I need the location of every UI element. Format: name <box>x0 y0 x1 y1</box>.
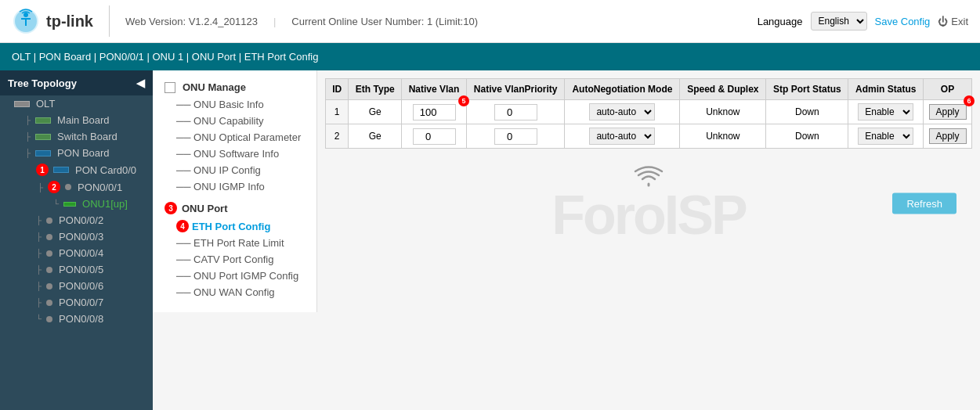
nav-onu-ip[interactable]: ── ONU IP Config <box>165 162 305 178</box>
sidebar-item-pon006[interactable]: ├ PON0/0/6 <box>0 278 153 294</box>
row2-eth-type: Ge <box>349 124 402 149</box>
nav-onu-igmp[interactable]: ── ONU IGMP Info <box>165 178 305 195</box>
sidebar-item-pon002[interactable]: ├ PON0/0/2 <box>0 212 153 228</box>
sidebar-title[interactable]: Tree Topology ◀ <box>0 70 153 95</box>
sidebar-item-pon005[interactable]: ├ PON0/0/5 <box>0 261 153 278</box>
checkbox-icon <box>165 82 175 93</box>
row1-admin-status[interactable]: Enable Disable <box>848 100 924 124</box>
row1-apply-button[interactable]: Apply <box>929 104 967 120</box>
tp-link-logo-icon <box>12 7 40 35</box>
olt-device-icon <box>14 101 30 107</box>
step-badge-1: 1 <box>36 164 49 176</box>
main-layout: Tree Topology ◀ OLT ├ Main Board ├ Switc… <box>0 70 980 410</box>
row2-op[interactable]: Apply <box>924 124 972 149</box>
language-select[interactable]: English <box>811 12 867 31</box>
sidebar-item-pon007[interactable]: ├ PON0/0/7 <box>0 294 153 311</box>
nav-onu-basic-info[interactable]: ── ONU Basic Info <box>165 96 305 113</box>
svg-point-1 <box>24 13 28 17</box>
onu1-icon <box>63 202 76 207</box>
row1-native-vlan[interactable]: 5 <box>402 100 467 124</box>
row1-admin-select[interactable]: Enable Disable <box>858 103 913 120</box>
row1-id: 1 <box>326 100 349 124</box>
sidebar-item-olt-label: OLT <box>36 98 55 110</box>
tree-line-onu1: └ <box>53 200 59 208</box>
nav-onu-capability[interactable]: ── ONU Capability <box>165 113 305 129</box>
sidebar-item-pon-card-label: PON Card0/0 <box>75 164 136 176</box>
step-badge-2: 2 <box>48 181 60 193</box>
sidebar-item-pon-card[interactable]: 1 PON Card0/0 <box>0 161 153 178</box>
sidebar-item-pon004[interactable]: ├ PON0/0/4 <box>0 245 153 261</box>
nav-eth-port-rate[interactable]: ── ETH Port Rate Limit <box>165 235 305 251</box>
nav-panel: ONU Manage ── ONU Basic Info ── ONU Capa… <box>153 70 317 312</box>
row1-native-vlan-input[interactable] <box>413 104 456 120</box>
tree-line-icon3: ├ <box>25 149 31 157</box>
nav-onu-software[interactable]: ── ONU Software Info <box>165 146 305 162</box>
breadcrumb: OLT | PON Board | PON0/0/1 | ONU 1 | ONU… <box>0 43 980 70</box>
step-badge-6: 6 <box>964 95 975 106</box>
logo-area: tp-link <box>12 5 110 37</box>
sidebar-item-pon-board[interactable]: ├ PON Board <box>0 145 153 161</box>
sidebar-item-switch-board-label: Switch Board <box>57 131 118 142</box>
save-config-link[interactable]: Save Config <box>875 16 931 27</box>
sidebar-item-olt[interactable]: OLT <box>0 95 153 112</box>
sidebar-item-onu1-label: ONU1[up] <box>82 198 128 210</box>
col-auto-neg: AutoNegotiation Mode <box>565 79 680 100</box>
row2-auto-neg[interactable]: auto-auto 100M-full 100M-half 10M-full 1… <box>565 124 680 149</box>
nav-section-onu-manage: ONU Manage ── ONU Basic Info ── ONU Capa… <box>165 78 305 195</box>
power-icon: ⏻ <box>938 16 948 27</box>
sidebar-item-main-board-label: Main Board <box>57 114 109 126</box>
table-row: 1 Ge 5 auto-auto <box>326 100 972 124</box>
col-stp-status: Stp Port Status <box>766 79 848 100</box>
row2-speed-duplex: Unknow <box>680 124 766 149</box>
row1-auto-neg-select[interactable]: auto-auto 100M-full 100M-half 10M-full 1… <box>589 103 655 120</box>
header: tp-link Web Version: V1.2.4_201123 | Cur… <box>0 0 980 43</box>
col-native-vlan-priority: Native VlanPriority <box>466 79 564 100</box>
table-row: 2 Ge auto-auto 100M-full <box>326 124 972 149</box>
row2-admin-status[interactable]: Enable Disable <box>848 124 924 149</box>
row2-auto-neg-select[interactable]: auto-auto 100M-full 100M-half 10M-full 1… <box>589 128 655 145</box>
sidebar-item-pon003[interactable]: ├ PON0/0/3 <box>0 228 153 245</box>
tree-line-pon001: ├ <box>38 183 43 192</box>
row1-stp-status: Down <box>766 100 848 124</box>
exit-button[interactable]: ⏻ Exit <box>938 16 968 27</box>
sidebar-item-switch-board[interactable]: ├ Switch Board <box>0 128 153 145</box>
step-badge-3: 3 <box>165 202 177 214</box>
row1-op[interactable]: Apply 6 <box>924 100 972 124</box>
main-content: ID Eth Type Native Vlan Native VlanPrior… <box>317 70 980 312</box>
web-version: Web Version: V1.2.4_201123 <box>125 16 258 27</box>
nav-group-onu-manage[interactable]: ONU Manage <box>165 78 305 96</box>
row2-admin-select[interactable]: Enable Disable <box>858 128 913 145</box>
pon-board-icon <box>35 150 51 156</box>
logo-text: tp-link <box>46 13 93 31</box>
row2-stp-status: Down <box>766 124 848 149</box>
col-speed-duplex: Speed & Duplex <box>680 79 766 100</box>
row2-vlan-priority-input[interactable] <box>494 128 537 145</box>
sidebar: Tree Topology ◀ OLT ├ Main Board ├ Switc… <box>0 70 153 410</box>
step-badge-5: 5 <box>458 95 469 106</box>
refresh-button[interactable]: Refresh <box>892 193 956 214</box>
sidebar-item-pon008[interactable]: └ PON0/0/8 <box>0 311 153 327</box>
header-info: Web Version: V1.2.4_201123 | Current Onl… <box>125 16 742 27</box>
row2-native-vlan-input[interactable] <box>413 128 456 145</box>
online-user-info: Current Online User Number: 1 (Limit:10) <box>291 16 478 27</box>
nav-onu-optical[interactable]: ── ONU Optical Parameter <box>165 129 305 146</box>
sidebar-item-onu1[interactable]: └ ONU1[up] <box>0 196 153 212</box>
row2-apply-button[interactable]: Apply <box>929 128 967 144</box>
row1-vlan-priority[interactable] <box>466 100 564 124</box>
row2-vlan-priority[interactable] <box>466 124 564 149</box>
switch-board-icon <box>35 134 51 140</box>
nav-group-onu-port[interactable]: 3 ONU Port <box>165 199 305 218</box>
col-id: ID <box>326 79 349 100</box>
row2-native-vlan[interactable] <box>402 124 467 149</box>
nav-eth-port-config[interactable]: 4 ETH Port Config <box>165 218 305 235</box>
tree-line-icon2: ├ <box>25 132 31 141</box>
row1-vlan-priority-input[interactable] <box>494 104 537 120</box>
wifi-icon <box>633 160 664 188</box>
sidebar-item-main-board[interactable]: ├ Main Board <box>0 112 153 128</box>
nav-catv-port[interactable]: ── CATV Port Config <box>165 251 305 268</box>
nav-onu-wan[interactable]: ── ONU WAN Config <box>165 284 305 300</box>
sidebar-item-pon001[interactable]: ├ 2 PON0/0/1 <box>0 178 153 196</box>
row2-id: 2 <box>326 124 349 149</box>
row1-auto-neg[interactable]: auto-auto 100M-full 100M-half 10M-full 1… <box>565 100 680 124</box>
nav-onu-port-igmp[interactable]: ── ONU Port IGMP Config <box>165 268 305 284</box>
